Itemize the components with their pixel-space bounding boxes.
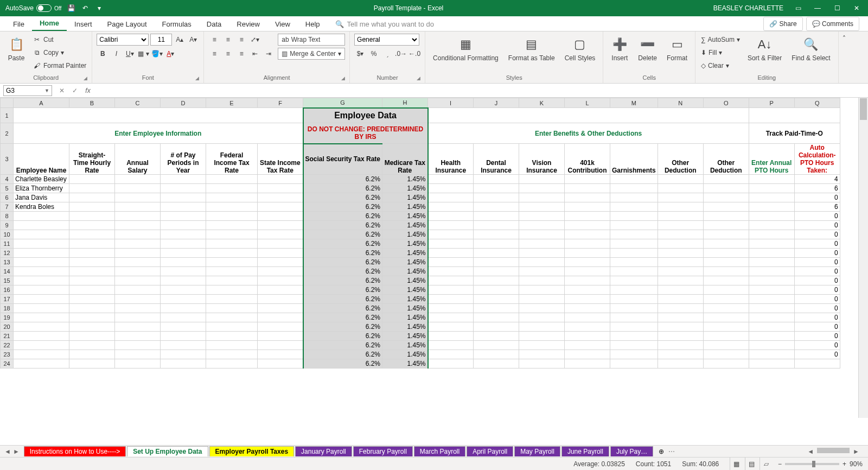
format-painter-button[interactable]: 🖌Format Painter — [31, 60, 87, 72]
row-header-20[interactable]: 20 — [1, 322, 14, 332]
sheet-tab-feb[interactable]: February Payroll — [353, 446, 413, 456]
col-header-Q[interactable]: Q — [794, 98, 840, 108]
tab-prev-icon[interactable]: ◄ — [4, 448, 11, 455]
row-header-2[interactable]: 2 — [1, 123, 14, 144]
currency-icon[interactable]: $▾ — [354, 48, 366, 60]
row-header-13[interactable]: 13 — [1, 258, 14, 267]
row-header-9[interactable]: 9 — [1, 221, 14, 230]
tab-insert[interactable]: Insert — [67, 17, 100, 31]
col-header-J[interactable]: J — [474, 98, 519, 108]
row-header-22[interactable]: 22 — [1, 341, 14, 350]
row-header-7[interactable]: 7 — [1, 202, 14, 212]
sheet-tab-may[interactable]: May Payroll — [514, 446, 560, 456]
zoom-level[interactable]: 90% — [850, 460, 863, 468]
close-icon[interactable]: ✕ — [852, 3, 861, 13]
row-header-1[interactable]: 1 — [1, 108, 14, 123]
tab-home[interactable]: Home — [32, 16, 67, 31]
merge-center-button[interactable]: ▥Merge & Center ▾ — [278, 48, 345, 60]
row-header-21[interactable]: 21 — [1, 332, 14, 341]
sheet-tab-employer-taxes[interactable]: Employer Payroll Taxes — [209, 446, 295, 456]
add-sheet-icon[interactable]: ⊕ — [654, 448, 668, 455]
row-header-18[interactable]: 18 — [1, 304, 14, 313]
tab-page-layout[interactable]: Page Layout — [100, 17, 155, 31]
font-color-button[interactable]: A▾ — [164, 48, 176, 60]
percent-icon[interactable]: % — [368, 48, 380, 60]
conditional-formatting-button[interactable]: ▦Conditional Formatting — [430, 34, 502, 64]
tab-file[interactable]: File — [5, 17, 32, 31]
col-header-E[interactable]: E — [206, 98, 258, 108]
tab-view[interactable]: View — [267, 17, 298, 31]
tell-me-search[interactable]: 🔍Tell me what you want to do — [328, 17, 764, 31]
col-header-A[interactable]: A — [14, 98, 69, 108]
indent-dec-icon[interactable]: ⇤ — [249, 48, 261, 60]
tab-help[interactable]: Help — [298, 17, 328, 31]
tab-next-icon[interactable]: ► — [13, 448, 20, 455]
col-header-I[interactable]: I — [428, 98, 474, 108]
row-header-19[interactable]: 19 — [1, 313, 14, 322]
sheet-tab-apr[interactable]: April Payroll — [467, 446, 513, 456]
decrease-font-icon[interactable]: A▾ — [187, 34, 199, 46]
row-header-15[interactable]: 15 — [1, 276, 14, 285]
undo-icon[interactable]: ↶ — [81, 4, 90, 12]
tab-data[interactable]: Data — [199, 17, 229, 31]
insert-cells-button[interactable]: ➕Insert — [608, 34, 631, 64]
share-button[interactable]: 🔗 Share — [763, 17, 802, 31]
row-header-23[interactable]: 23 — [1, 350, 14, 359]
col-header-F[interactable]: F — [258, 98, 303, 108]
find-select-button[interactable]: 🔍Find & Select — [788, 34, 833, 64]
view-normal-icon[interactable]: ▦ — [730, 458, 743, 471]
col-header-D[interactable]: D — [161, 98, 206, 108]
col-header-K[interactable]: K — [519, 98, 565, 108]
font-size-input[interactable] — [150, 34, 172, 46]
tab-review[interactable]: Review — [229, 17, 267, 31]
delete-cells-button[interactable]: ➖Delete — [635, 34, 660, 64]
hscroll-left-icon[interactable]: ◄ — [807, 448, 814, 455]
spreadsheet-grid[interactable]: ABCDEFGHIJKLMNOPQ1Employee Data2Enter Em… — [0, 98, 868, 418]
sheet-tab-mar[interactable]: March Payroll — [414, 446, 465, 456]
col-header-P[interactable]: P — [749, 98, 794, 108]
col-header-M[interactable]: M — [610, 98, 658, 108]
dialog-launcher-icon[interactable]: ◢ — [417, 75, 420, 81]
zoom-out-icon[interactable]: − — [778, 460, 782, 468]
name-box[interactable]: G3▼ — [3, 85, 52, 96]
underline-button[interactable]: U ▾ — [124, 48, 136, 60]
select-all-cell[interactable] — [1, 98, 14, 108]
row-header-16[interactable]: 16 — [1, 285, 14, 295]
font-name-select[interactable]: Calibri — [97, 34, 149, 46]
row-header-10[interactable]: 10 — [1, 230, 14, 239]
dialog-launcher-icon[interactable]: ◢ — [341, 75, 345, 81]
align-top-icon[interactable]: ≡ — [208, 34, 220, 46]
sheet-tab-jan[interactable]: January Payroll — [295, 446, 352, 456]
bold-button[interactable]: B — [97, 48, 108, 60]
col-header-B[interactable]: B — [69, 98, 115, 108]
row-header-8[interactable]: 8 — [1, 212, 14, 221]
paste-button[interactable]: 📋Paste — [4, 34, 28, 64]
sheet-tab-instructions[interactable]: Instructions on How to Use----> — [24, 446, 126, 456]
indent-inc-icon[interactable]: ⇥ — [263, 48, 275, 60]
comments-button[interactable]: 💬 Comments — [806, 17, 859, 31]
col-header-G[interactable]: G — [303, 98, 382, 108]
maximize-icon[interactable]: ☐ — [832, 3, 842, 13]
zoom-in-icon[interactable]: + — [843, 460, 846, 468]
save-icon[interactable]: 💾 — [67, 4, 75, 12]
format-as-table-button[interactable]: ▤Format as Table — [505, 34, 558, 64]
autosum-button[interactable]: ∑ AutoSum ▾ — [700, 34, 741, 46]
copy-button[interactable]: ⧉Copy ▾ — [31, 47, 87, 59]
row-header-4[interactable]: 4 — [1, 175, 14, 184]
row-header-5[interactable]: 5 — [1, 184, 14, 193]
align-middle-icon[interactable]: ≡ — [222, 34, 234, 46]
fill-color-button[interactable]: 🪣▾ — [151, 48, 163, 60]
row-header-12[interactable]: 12 — [1, 249, 14, 258]
zoom-slider[interactable] — [785, 463, 839, 465]
row-header-14[interactable]: 14 — [1, 267, 14, 276]
comma-icon[interactable]: ˏ — [381, 48, 393, 60]
align-left-icon[interactable]: ≡ — [208, 48, 220, 60]
cell-styles-button[interactable]: ▢Cell Styles — [561, 34, 599, 64]
vertical-scrollbar[interactable] — [858, 98, 868, 418]
row-header-24[interactable]: 24 — [1, 359, 14, 369]
sort-filter-button[interactable]: A↓Sort & Filter — [744, 34, 785, 64]
autosave-toggle[interactable]: AutoSave Off — [5, 4, 61, 12]
row-header-11[interactable]: 11 — [1, 239, 14, 249]
orientation-icon[interactable]: ⤢▾ — [249, 34, 261, 46]
increase-font-icon[interactable]: A▴ — [174, 34, 186, 46]
